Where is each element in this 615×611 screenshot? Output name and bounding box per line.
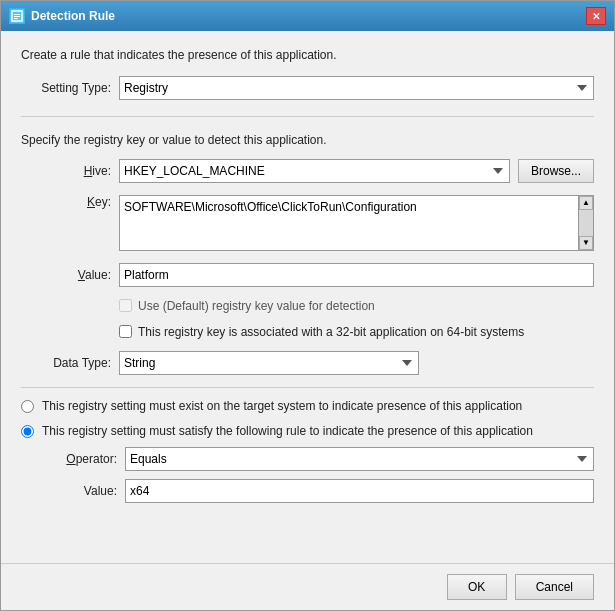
key-wrapper: SOFTWARE\Microsoft\Office\ClickToRun\Con…: [119, 195, 594, 251]
registry-text: Specify the registry key or value to det…: [21, 133, 594, 147]
radio-exist[interactable]: [21, 400, 34, 413]
hive-row: Hive: HKEY_LOCAL_MACHINE Browse...: [21, 159, 594, 183]
key-textarea[interactable]: SOFTWARE\Microsoft\Office\ClickToRun\Con…: [119, 195, 578, 251]
dialog-footer: OK Cancel: [1, 563, 614, 610]
title-bar: Detection Rule ✕: [1, 1, 614, 31]
svg-rect-2: [14, 16, 20, 17]
setting-type-row: Setting Type: Registry: [21, 76, 594, 100]
hive-label-text: Hive:: [84, 164, 111, 178]
scrollbar-up-button[interactable]: ▲: [579, 196, 593, 210]
close-button[interactable]: ✕: [586, 7, 606, 25]
hive-select[interactable]: HKEY_LOCAL_MACHINE: [119, 159, 510, 183]
radio-2-row: This registry setting must satisfy the f…: [21, 423, 594, 440]
operator-label: Operator:: [45, 452, 117, 466]
key-row: Key: SOFTWARE\Microsoft\Office\ClickToRu…: [21, 195, 594, 251]
data-type-row: Data Type: String: [21, 351, 594, 375]
key-scrollbar: ▲ ▼: [578, 195, 594, 251]
hive-label: Hive:: [21, 164, 111, 178]
intro-text: Create a rule that indicates the presenc…: [21, 47, 594, 64]
scrollbar-down-button[interactable]: ▼: [579, 236, 593, 250]
value-label-text: Value:: [78, 268, 111, 282]
32bit-checkbox[interactable]: [119, 325, 132, 338]
svg-rect-1: [14, 14, 20, 15]
operator-row: Operator: Equals: [45, 447, 594, 471]
value2-row: Value:: [45, 479, 594, 503]
setting-type-select[interactable]: Registry: [119, 76, 594, 100]
value2-input[interactable]: [125, 479, 594, 503]
window-icon: [9, 8, 25, 24]
operator-select[interactable]: Equals: [125, 447, 594, 471]
svg-rect-3: [14, 18, 18, 19]
32bit-label: This registry key is associated with a 3…: [138, 325, 524, 339]
key-label: Key:: [21, 195, 111, 209]
value-label: Value:: [21, 268, 111, 282]
operator-label-text: Operator:: [66, 452, 117, 466]
value-row: Value:: [21, 263, 594, 287]
radio-satisfy[interactable]: [21, 425, 34, 438]
radio-1-row: This registry setting must exist on the …: [21, 398, 594, 415]
setting-type-label: Setting Type:: [21, 81, 111, 95]
dialog-title: Detection Rule: [31, 9, 115, 23]
value-input[interactable]: [119, 263, 594, 287]
radio-1-label: This registry setting must exist on the …: [42, 398, 522, 415]
ok-button[interactable]: OK: [447, 574, 507, 600]
use-default-checkbox-row: Use (Default) registry key value for det…: [21, 299, 594, 313]
title-bar-left: Detection Rule: [9, 8, 115, 24]
detection-rule-dialog: Detection Rule ✕ Create a rule that indi…: [0, 0, 615, 611]
radio-2-label: This registry setting must satisfy the f…: [42, 423, 533, 440]
browse-button[interactable]: Browse...: [518, 159, 594, 183]
scrollbar-track: [579, 210, 593, 236]
use-default-label: Use (Default) registry key value for det…: [138, 299, 375, 313]
indented-form: Operator: Equals Value:: [21, 447, 594, 503]
use-default-checkbox[interactable]: [119, 299, 132, 312]
divider-1: [21, 116, 594, 117]
dialog-body: Create a rule that indicates the presenc…: [1, 31, 614, 563]
radio-section: This registry setting must exist on the …: [21, 387, 594, 504]
key-label-text: Key:: [87, 195, 111, 209]
data-type-select[interactable]: String: [119, 351, 419, 375]
data-type-label: Data Type:: [21, 356, 111, 370]
value2-label: Value:: [45, 484, 117, 498]
cancel-button[interactable]: Cancel: [515, 574, 594, 600]
32bit-checkbox-row: This registry key is associated with a 3…: [21, 325, 594, 339]
